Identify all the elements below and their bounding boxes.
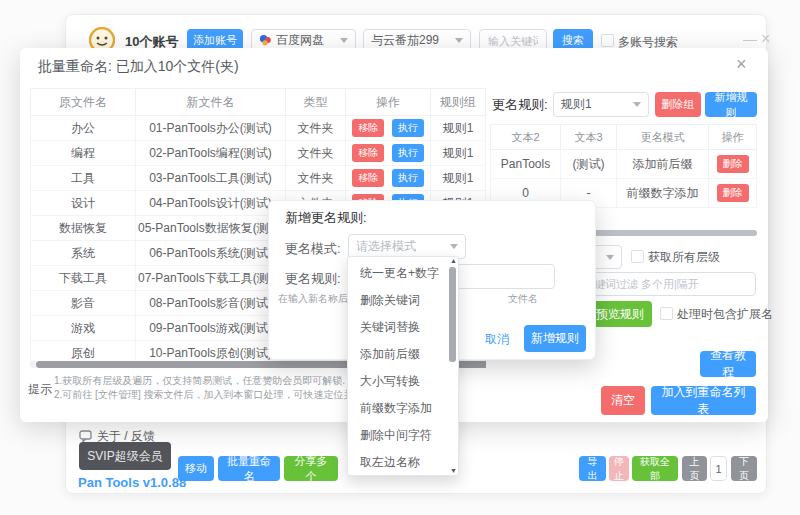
exec-button[interactable]: 执行: [392, 119, 424, 137]
delete-rule-button[interactable]: 删除: [717, 155, 749, 173]
get-all-levels-checkbox[interactable]: [631, 250, 644, 263]
window-close-icon[interactable]: ×: [761, 30, 770, 48]
mode-option[interactable]: 统一更名+数字: [348, 260, 444, 287]
multi-account-checkbox[interactable]: [601, 34, 614, 47]
rule-mode: 前缀数字添加: [617, 179, 709, 208]
feedback-bubble-icon: [79, 430, 92, 442]
exec-button[interactable]: 执行: [392, 169, 424, 187]
view-tutorial-button[interactable]: 查看教程: [700, 351, 756, 377]
old-name: 办公: [31, 116, 136, 141]
rule-text3: (测试): [561, 150, 617, 179]
chevron-down-icon: [606, 255, 614, 260]
rename-mode-select-placeholder: 请选择模式: [356, 238, 416, 255]
mode-option[interactable]: 关键词替换: [348, 314, 444, 341]
col-text3: 文本3: [561, 125, 617, 150]
row-actions: 移除 执行: [346, 166, 431, 191]
rename-rule-label: 更名规则:: [285, 270, 341, 288]
remove-button[interactable]: 移除: [352, 169, 384, 187]
prev-page-button[interactable]: 上页: [682, 456, 707, 481]
move-button[interactable]: 移动: [178, 456, 214, 481]
new-name: 05-PanTools数据恢复(测试): [136, 216, 286, 241]
tips-label: 提示: [28, 381, 52, 398]
screen: 10个账号 添加账号 百度网盘 与云番茄299 搜索 多账号搜索 — ×: [0, 0, 800, 515]
rule-mode: 添加前后缀: [617, 150, 709, 179]
delete-group-button[interactable]: 删除组: [655, 92, 701, 117]
minimize-icon[interactable]: —: [743, 31, 757, 47]
tip-line-1: 1.获取所有层级及遍历，仅支持简易测试，任意赞助会员即可解锁.: [54, 374, 345, 388]
export-button[interactable]: 导出: [579, 456, 606, 481]
col-type: 类型: [286, 89, 346, 116]
mode-option[interactable]: 删除关键词: [348, 287, 444, 314]
remove-button[interactable]: 移除: [352, 144, 384, 162]
chevron-down-icon: [450, 244, 458, 249]
new-name: 07-PanTools下载工具(测试): [136, 266, 286, 291]
old-name: 影音: [31, 291, 136, 316]
mode-option[interactable]: 取左边名称: [348, 449, 444, 476]
cancel-button[interactable]: 取消: [476, 327, 518, 351]
mode-option[interactable]: 前缀数字添加: [348, 395, 444, 422]
scroll-down-icon[interactable]: ▼: [450, 467, 457, 475]
next-page-button[interactable]: 下页: [731, 456, 757, 481]
include-extension-label: 处理时包含扩展名: [677, 306, 773, 323]
rule-group-select-value: 规则1: [561, 96, 592, 113]
baidu-pan-icon: [259, 34, 272, 47]
row-actions: 移除 执行: [346, 141, 431, 166]
file-type: 文件夹: [286, 166, 346, 191]
rename-mode-dropdown: 统一更名+数字 删除关键词 关键词替换 添加前后缀 大小写转换 前缀数字添加 删…: [347, 256, 459, 476]
rule-helper-left: 在输入新名称后加: [278, 292, 358, 306]
mode-option[interactable]: 大小写转换: [348, 368, 444, 395]
new-name: 09-PanTools游戏(测试): [136, 316, 286, 341]
exec-button[interactable]: 执行: [392, 144, 424, 162]
rule-group-select[interactable]: 规则1: [553, 92, 649, 117]
table-row: 工具 03-PanTools工具(测试) 文件夹 移除 执行 规则1 百度网盘: [31, 166, 541, 191]
dialog-title: 批量重命名: 已加入10个文件(夹): [38, 58, 239, 76]
disk-select-value: 百度网盘: [276, 32, 324, 49]
rules-table: 文本2 文本3 更名模式 操作 PanTools (测试) 添加前后缀 删除 0…: [490, 124, 757, 208]
popup-title: 新增更名规则:: [285, 209, 367, 227]
delete-rule-button[interactable]: 删除: [717, 184, 749, 202]
old-name: 系统: [31, 241, 136, 266]
file-type: 文件夹: [286, 141, 346, 166]
add-to-rename-list-button[interactable]: 加入到重命名列表: [651, 386, 756, 415]
new-name: 08-PanTools影音(测试): [136, 291, 286, 316]
dropdown-scroll-thumb[interactable]: [449, 267, 456, 362]
stop-button[interactable]: 停止: [609, 456, 629, 481]
rule-group: 规则1: [431, 166, 486, 191]
old-name: 工具: [31, 166, 136, 191]
col-rename-mode: 更名模式: [617, 125, 709, 150]
old-name: 数据恢复: [31, 216, 136, 241]
chevron-down-icon: [633, 102, 641, 107]
col-old-name: 原文件名: [31, 89, 136, 116]
chevron-down-icon: [340, 38, 348, 43]
keyword-filter-input[interactable]: [585, 272, 756, 296]
row-actions: 移除 执行: [346, 116, 431, 141]
old-name: 游戏: [31, 316, 136, 341]
rule-actions: 删除: [709, 150, 757, 179]
rule-actions: 删除: [709, 179, 757, 208]
new-name: 02-PanTools编程(测试): [136, 141, 286, 166]
mode-option[interactable]: 添加前后缀: [348, 341, 444, 368]
batch-rename-button[interactable]: 批量重命名: [218, 456, 280, 481]
new-name: 01-PanTools办公(测试): [136, 116, 286, 141]
clear-button[interactable]: 清空: [601, 386, 645, 415]
rule-helper-right: 文件名: [508, 292, 538, 306]
rules-header-row: 文本2 文本3 更名模式 操作: [491, 125, 757, 150]
version-label: Pan Tools v1.0.88: [78, 475, 186, 490]
share-multiple-button[interactable]: 分享多个: [284, 456, 338, 481]
mode-option[interactable]: 删除中间字符: [348, 422, 444, 449]
table-row: 编程 02-PanTools编程(测试) 文件夹 移除 执行 规则1 百度网盘: [31, 141, 541, 166]
col-new-name: 新文件名: [136, 89, 286, 116]
dialog-close-icon[interactable]: ×: [736, 54, 747, 75]
scroll-up-icon[interactable]: ▲: [450, 257, 457, 265]
svip-button[interactable]: SVIP超级会员: [79, 442, 171, 470]
new-name: 06-PanTools系统(测试): [136, 241, 286, 266]
add-rule-group-button[interactable]: 新增规则: [705, 92, 757, 117]
rule-group: 规则1: [431, 141, 486, 166]
remove-button[interactable]: 移除: [352, 119, 384, 137]
include-extension-checkbox[interactable]: [660, 307, 673, 320]
confirm-add-rule-button[interactable]: 新增规则: [524, 325, 586, 352]
page-input[interactable]: [710, 456, 727, 481]
get-all-button[interactable]: 获取全部: [632, 456, 678, 481]
chevron-down-icon: [455, 38, 463, 43]
rule-row: PanTools (测试) 添加前后缀 删除: [491, 150, 757, 179]
